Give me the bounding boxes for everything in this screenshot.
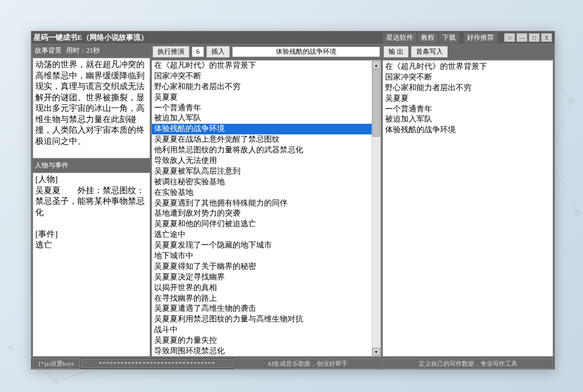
mid-panel: 执行推演 6 插入 在《超凡时代》的世界背景下国家冲突不断野心家和能力者层出不穷… bbox=[151, 45, 381, 357]
list-item[interactable]: 吴夏夏的力量失控 bbox=[152, 335, 381, 346]
chars-header: 人物与事件 bbox=[33, 160, 150, 171]
list-item[interactable]: 战斗中 bbox=[152, 325, 381, 335]
list-item[interactable]: 吴夏夏遇到了其他拥有特殊能力的同伴 bbox=[152, 198, 381, 209]
scroll-down-icon[interactable]: ▾ bbox=[372, 348, 380, 356]
list-item[interactable]: 在《超凡时代》的世界背景下 bbox=[152, 60, 381, 71]
list-item[interactable]: 吴夏夏发现了一个隐藏的地下城市 bbox=[152, 240, 381, 251]
list-item[interactable]: 吴夏夏被军队高层注意到 bbox=[152, 166, 381, 177]
svg-point-9 bbox=[9, 345, 13, 349]
minimize-button[interactable]: — bbox=[516, 33, 528, 42]
step-number[interactable]: 6 bbox=[192, 46, 204, 57]
scroll-up-icon[interactable]: ▴ bbox=[372, 61, 380, 69]
link-tutorial[interactable]: 教程 bbox=[418, 32, 438, 43]
list-item[interactable]: 导致敌人无法使用 bbox=[152, 156, 381, 166]
list-item[interactable]: 吴夏夏决定寻找幽界 bbox=[152, 272, 381, 283]
list-item[interactable]: 国家冲突不断 bbox=[152, 71, 381, 82]
list-item[interactable]: 野心家和能力者层出不穷 bbox=[152, 82, 381, 92]
statusbar: [*]ai设置keys ****************************… bbox=[31, 358, 554, 369]
list-item[interactable]: 基地遭到敌对势力的突袭 bbox=[152, 208, 381, 219]
status-ai-music[interactable]: AI生成音乐歌曲，创业好帮手 bbox=[234, 358, 381, 369]
list-item[interactable]: 吴夏夏 bbox=[152, 92, 381, 103]
titlebar-links: 星达软件 教程 下载 bbox=[383, 32, 459, 43]
list-item[interactable]: 吴夏夏在战场上意外觉醒了禁忌图纹 bbox=[152, 134, 381, 145]
scrollbar[interactable]: ▴ ▾ bbox=[372, 60, 381, 356]
list-item[interactable]: 导致周围环境禁忌化 bbox=[152, 346, 381, 357]
list-item[interactable]: 被迫加入军队 bbox=[152, 113, 381, 124]
main-area: 故事背景 用时：21秒 动荡的世界，就在超凡冲突的高维禁忌中，幽界缓缓降临到现实… bbox=[31, 44, 554, 358]
close-button[interactable]: X bbox=[541, 33, 552, 42]
scroll-thumb[interactable] bbox=[372, 69, 380, 137]
window-controls: ☆ — □ X bbox=[504, 33, 552, 42]
link-software[interactable]: 星达软件 bbox=[383, 32, 417, 43]
list-item[interactable]: 被调往秘密实验基地 bbox=[152, 177, 381, 188]
mid-toolbar: 执行推演 6 插入 bbox=[151, 45, 381, 59]
story-bg-label: 故事背景 bbox=[35, 46, 62, 55]
list-item[interactable]: 在寻找幽界的路上 bbox=[152, 293, 381, 304]
list-item[interactable]: 体验残酷的战争环境 bbox=[152, 124, 381, 134]
right-toolbar: 输 出 首条写入 bbox=[382, 45, 553, 59]
list-item[interactable]: 以揭开世界的真相 bbox=[152, 283, 381, 293]
right-panel: 输 出 首条写入 在《超凡时代》的世界背景下国家冲突不断野心家和能力者层出不穷吴… bbox=[382, 45, 553, 357]
list-item[interactable]: 吴夏夏和他的同伴们被迫逃亡 bbox=[152, 219, 381, 230]
list-item[interactable]: 吴夏夏遭遇了高维生物的袭击 bbox=[152, 304, 381, 314]
link-download[interactable]: 下载 bbox=[439, 32, 459, 43]
first-write-button[interactable]: 首条写入 bbox=[411, 46, 448, 58]
story-bg-header: 故事背景 用时：21秒 bbox=[33, 45, 150, 57]
svg-point-6 bbox=[569, 98, 575, 104]
list-item[interactable]: 吴夏夏得知了关于幽界的秘密 bbox=[152, 262, 381, 272]
window-title: 星码一键成书E（网络小说故事流） bbox=[34, 32, 383, 43]
list-item[interactable]: 他利用禁忌图纹的力量将敌人的武器禁忌化 bbox=[152, 145, 381, 156]
output-button[interactable]: 输 出 bbox=[383, 46, 409, 58]
list-item[interactable]: 一个普通青年 bbox=[152, 103, 381, 114]
execute-button[interactable]: 执行推演 bbox=[152, 46, 189, 58]
titlebar: 星码一键成书E（网络小说故事流） 星达软件 教程 下载 好作推荐 ☆ — □ X bbox=[31, 31, 554, 44]
status-custom-data[interactable]: 定义自己的写作数据，专业写作工具 bbox=[382, 358, 553, 369]
chars-events-textarea[interactable]: [人物]吴夏夏 外挂：禁忌图纹：禁忌圣子，能将某种事物禁忌化 [事件]逃亡 bbox=[33, 172, 150, 357]
list-item[interactable]: 逃亡途中 bbox=[152, 230, 381, 240]
app-window: 星码一键成书E（网络小说故事流） 星达软件 教程 下载 好作推荐 ☆ — □ X… bbox=[31, 31, 555, 370]
svg-point-8 bbox=[575, 210, 580, 216]
output-textarea[interactable]: 在《超凡时代》的世界背景下国家冲突不断野心家和能力者层出不穷吴夏夏一个普通青年被… bbox=[382, 60, 553, 357]
maximize-button[interactable]: □ bbox=[529, 33, 540, 42]
story-list[interactable]: 在《超凡时代》的世界背景下国家冲突不断野心家和能力者层出不穷吴夏夏一个普通青年被… bbox=[151, 60, 381, 357]
status-password[interactable]: ******************************** bbox=[81, 359, 233, 368]
status-keys[interactable]: [*]ai设置keys bbox=[33, 358, 80, 369]
link-recommend[interactable]: 好作推荐 bbox=[464, 32, 497, 43]
star-button[interactable]: ☆ bbox=[504, 33, 515, 42]
timer-label: 用时：21秒 bbox=[66, 46, 100, 55]
list-item[interactable]: 在实验基地 bbox=[152, 188, 381, 198]
svg-point-10 bbox=[53, 378, 59, 384]
current-line-input[interactable] bbox=[232, 46, 380, 57]
left-panel: 故事背景 用时：21秒 动荡的世界，就在超凡冲突的高维禁忌中，幽界缓缓降临到现实… bbox=[33, 45, 150, 357]
list-item[interactable]: 地下城市中 bbox=[152, 251, 381, 262]
insert-button[interactable]: 插入 bbox=[206, 46, 230, 58]
list-item[interactable]: 吴夏夏利用禁忌图纹的力量与高维生物对抗 bbox=[152, 314, 381, 325]
story-bg-textarea[interactable]: 动荡的世界，就在超凡冲突的高维禁忌中，幽界缓缓降临到现实，真理与谎言交织成无法解… bbox=[33, 58, 150, 158]
